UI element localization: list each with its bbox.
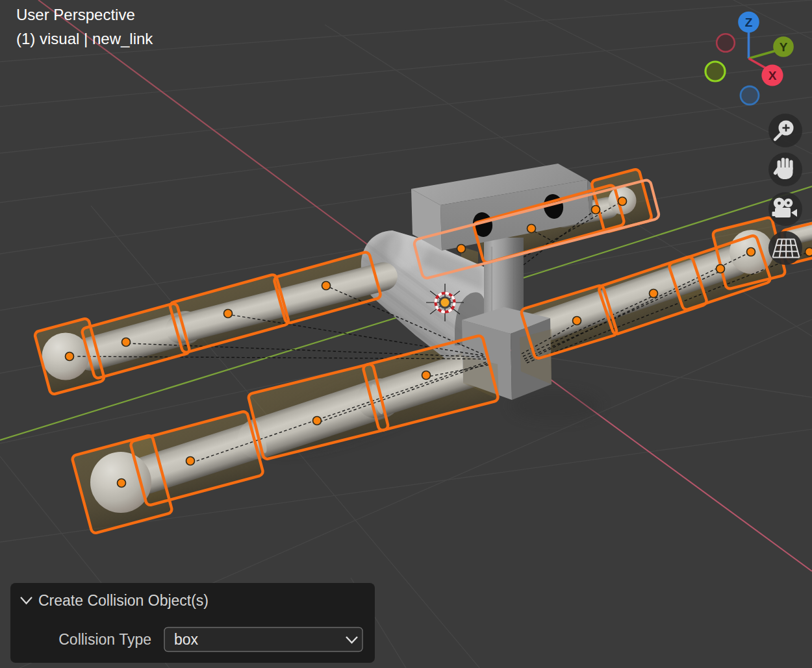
svg-text:Create Collision Object(s): Create Collision Object(s) xyxy=(38,592,209,609)
svg-text:box: box xyxy=(174,631,199,648)
svg-text:Y: Y xyxy=(780,40,788,54)
svg-text:X: X xyxy=(768,69,777,82)
svg-text:Collision Type: Collision Type xyxy=(58,631,151,648)
svg-text:User Perspective: User Perspective xyxy=(16,6,135,23)
svg-text:(1) visual | new_link: (1) visual | new_link xyxy=(16,30,153,47)
svg-text:Z: Z xyxy=(745,16,753,29)
